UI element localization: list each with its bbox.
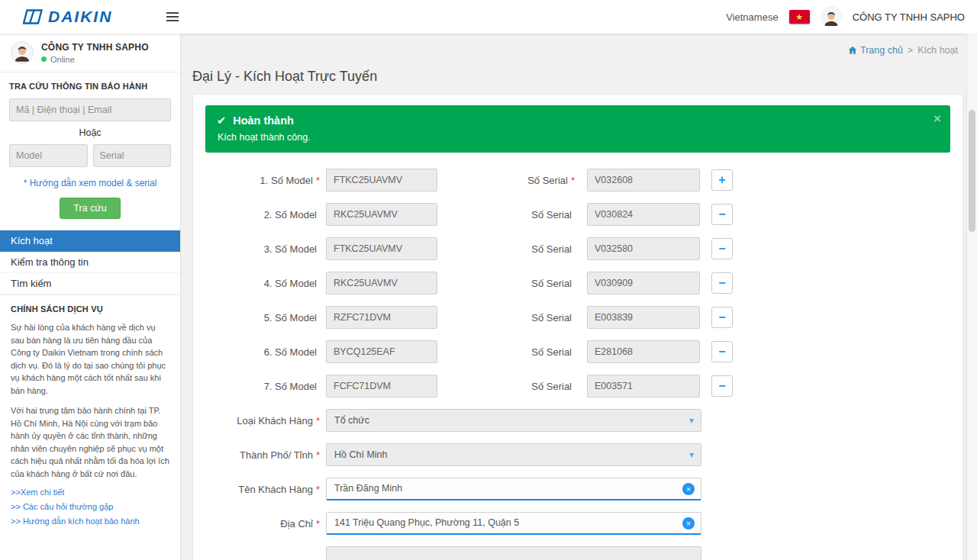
model-input[interactable] (326, 203, 437, 226)
model-label: 4. Số Model (205, 278, 320, 289)
success-alert: ✔ Hoàn thành Kích hoạt thành công. × (205, 105, 950, 153)
serial-label: Số Serial (437, 243, 575, 255)
lookup-title: TRA CỨU THÔNG TIN BẢO HÀNH (9, 82, 171, 91)
sidebar-user-card: CÔNG TY TNHH SAPHO Online (0, 34, 180, 72)
breadcrumb-home-link[interactable]: Trang chủ (848, 45, 903, 56)
account-menu[interactable]: CÔNG TY TNHH SAPHO (853, 11, 965, 23)
clear-field-icon[interactable]: × (682, 517, 695, 529)
logo-text: DAIKIN (48, 8, 112, 26)
lookup-search-button[interactable]: Tra cứu (60, 198, 120, 219)
activation-guide-link[interactable]: >> Hướng dẫn kích hoạt bảo hành (11, 517, 169, 526)
alert-message: Kích hoạt thành công. (218, 132, 939, 143)
model-serial-row: 1. Số Model* Số Serial* + (205, 169, 950, 191)
chevron-down-icon: ▾ (689, 410, 694, 431)
or-label: Hoặc (9, 127, 171, 138)
serial-label: Số Serial* (437, 175, 575, 186)
vertical-scrollbar[interactable] (966, 34, 977, 560)
model-serial-row: 7. Số Model Số Serial − (205, 375, 950, 397)
serial-label: Số Serial (437, 209, 575, 220)
breadcrumb: Trang chủ > Kích hoạt (181, 43, 977, 58)
address-input[interactable]: 141 Triệu Quang Phục, Phường 11, Quận 5 … (326, 512, 701, 535)
alert-close-icon[interactable]: × (933, 111, 941, 127)
model-serial-row: 5. Số Model Số Serial − (205, 306, 950, 329)
policy-paragraph: Với hai trung tâm bảo hành chính tại TP.… (11, 404, 169, 480)
model-input[interactable] (326, 375, 437, 397)
breadcrumb-separator: > (908, 45, 913, 56)
serial-input[interactable] (587, 375, 700, 397)
faq-link[interactable]: >> Các câu hỏi thường gặp (11, 502, 169, 511)
user-avatar (821, 6, 842, 27)
policy-title: CHÍNH SÁCH DỊCH VỤ (11, 304, 169, 314)
menu-toggle-icon[interactable] (166, 10, 180, 24)
language-selector[interactable]: Vietnamese (726, 11, 778, 23)
customer-type-select[interactable]: Tổ chức ▾ (326, 409, 701, 432)
breadcrumb-current: Kích hoạt (917, 45, 958, 56)
serial-input[interactable] (587, 306, 700, 329)
remove-row-button[interactable]: − (711, 307, 733, 328)
remove-row-button[interactable]: − (711, 341, 733, 362)
sidebar-menu: Kích hoạt Kiểm tra thông tin Tìm kiếm (0, 230, 180, 295)
next-field-input[interactable] (326, 546, 701, 560)
online-status-dot (41, 56, 47, 62)
model-label: 7. Số Model (205, 381, 320, 392)
scrollbar-thumb[interactable] (969, 110, 975, 232)
model-input[interactable] (326, 340, 437, 363)
sidebar: CÔNG TY TNHH SAPHO Online TRA CỨU THÔNG … (0, 34, 181, 560)
customer-name-label: Tên Khách Hàng* (205, 484, 320, 495)
serial-label: Số Serial (437, 278, 575, 289)
address-label: Địa Chỉ* (205, 518, 320, 529)
page-title: Đại Lý - Kích Hoạt Trực Tuyến (192, 69, 977, 85)
model-label: 6. Số Model (205, 346, 320, 358)
lookup-model-input[interactable] (9, 144, 88, 167)
add-row-button[interactable]: + (711, 169, 733, 191)
model-input[interactable] (326, 169, 437, 191)
sidebar-item-activate[interactable]: Kích hoạt (0, 230, 180, 252)
serial-label: Số Serial (437, 346, 575, 358)
top-header: DAIKIN Vietnamese ★ CÔNG TY TNHH SAPHO (0, 0, 977, 34)
model-serial-guide-link[interactable]: * Hướng dẫn xem model & serial (9, 178, 171, 188)
serial-input[interactable] (587, 272, 700, 294)
check-icon: ✔ (217, 114, 226, 127)
city-select[interactable]: Hồ Chí Minh ▾ (326, 443, 701, 466)
serial-input[interactable] (587, 340, 700, 363)
alert-title: Hoàn thành (233, 114, 294, 127)
serial-label: Số Serial (437, 312, 575, 323)
serial-input[interactable] (587, 237, 700, 260)
serial-input[interactable] (587, 169, 700, 191)
remove-row-button[interactable]: − (711, 204, 733, 225)
home-icon (848, 46, 857, 55)
model-input[interactable] (326, 237, 437, 260)
activation-form-panel: ✔ Hoàn thành Kích hoạt thành công. × 1. … (192, 94, 963, 560)
serial-input[interactable] (587, 203, 700, 226)
warranty-lookup-panel: TRA CỨU THÔNG TIN BẢO HÀNH Hoặc * Hướng … (0, 72, 180, 230)
sidebar-item-check-info[interactable]: Kiểm tra thông tin (0, 252, 180, 273)
remove-row-button[interactable]: − (711, 375, 733, 397)
model-label: 2. Số Model (205, 209, 320, 220)
model-serial-row: 3. Số Model Số Serial − (205, 237, 950, 260)
model-serial-row: 6. Số Model Số Serial − (205, 340, 950, 363)
model-label: 1. Số Model* (205, 175, 320, 186)
model-serial-row: 4. Số Model Số Serial − (205, 272, 950, 294)
model-input[interactable] (326, 306, 437, 329)
serial-label: Số Serial (437, 381, 575, 392)
sidebar-item-search[interactable]: Tìm kiếm (0, 273, 180, 294)
lookup-serial-input[interactable] (93, 144, 172, 167)
service-policy-panel: CHÍNH SÁCH DỊCH VỤ Sự hài lòng của khách… (0, 295, 180, 540)
remove-row-button[interactable]: − (711, 238, 733, 259)
sidebar-user-name: CÔNG TY TNHH SAPHO (41, 42, 149, 53)
model-input[interactable] (326, 272, 437, 294)
daikin-logo[interactable]: DAIKIN (23, 8, 112, 26)
vietnam-flag-icon[interactable]: ★ (789, 10, 810, 24)
model-label: 5. Số Model (205, 312, 320, 323)
clear-field-icon[interactable]: × (682, 483, 695, 495)
activation-form: 1. Số Model* Số Serial* + 2. Số Model Số… (205, 169, 950, 560)
daikin-logo-icon (23, 9, 43, 24)
model-serial-row: 2. Số Model Số Serial − (205, 203, 950, 226)
customer-name-input[interactable]: Trần Đăng Minh × (326, 478, 701, 500)
lookup-code-input[interactable] (9, 98, 171, 121)
policy-detail-link[interactable]: >>Xem chi tiết (11, 488, 169, 497)
remove-row-button[interactable]: − (711, 272, 733, 294)
model-label: 3. Số Model (205, 243, 320, 255)
city-label: Thành Phố/ Tỉnh* (205, 449, 320, 461)
chevron-down-icon: ▾ (689, 444, 694, 465)
